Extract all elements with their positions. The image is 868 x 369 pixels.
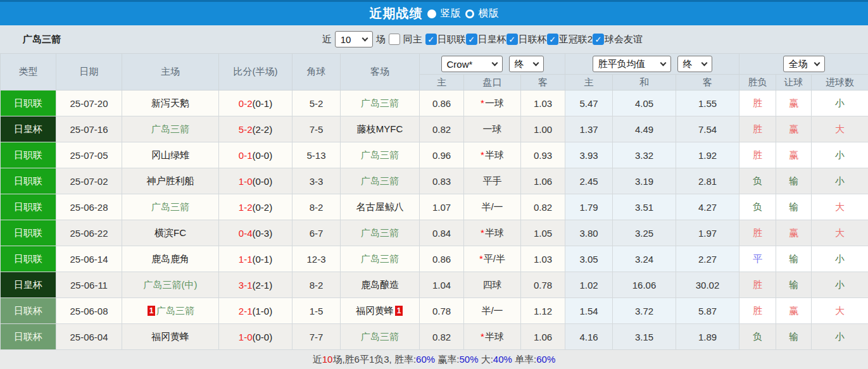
avg-home-cell: 4.16 [565, 324, 613, 350]
avg-draw-cell: 16.06 [613, 272, 676, 298]
team-name-text: 福冈黄蜂 [151, 331, 189, 342]
league-filter-item: ✓日联杯 [506, 34, 547, 46]
goals-result-cell: 小 [812, 324, 868, 350]
odds-company-time-select[interactable]: 终 [509, 56, 544, 72]
recent-prefix-label: 近 [322, 34, 332, 46]
radio-horizontal-layout[interactable]: 横版 [465, 7, 499, 20]
home-team-cell: 鹿岛鹿角 [122, 246, 219, 272]
date-cell: 25-06-14 [56, 246, 122, 272]
goals-result-cell: 小 [812, 91, 868, 116]
team-name-text: 广岛三箭 [361, 227, 399, 238]
team-name-text: 鹿岛鹿角 [151, 253, 189, 264]
date-cell: 25-07-02 [56, 168, 122, 194]
home-odds-cell: 0.96 [420, 142, 464, 168]
chevron-down-icon [362, 35, 368, 42]
handicap-star: * [481, 227, 484, 238]
league-filter-checkbox[interactable]: ✓ [425, 34, 437, 45]
score-cell: 1-0(0-0) [219, 168, 292, 194]
wdl-result-cell: 负 [739, 168, 776, 194]
away-odds-cell: 0.82 [521, 194, 565, 220]
goals-result-cell: 大 [812, 194, 868, 220]
header-corners: 角球 [292, 54, 341, 91]
league-filter-checkbox[interactable]: ✓ [547, 34, 558, 45]
league-filter-item: ✓球会友谊 [593, 34, 643, 46]
summary-segment: 40% [493, 354, 512, 365]
away-odds-cell: 1.06 [521, 324, 565, 350]
league-filter-checkbox[interactable]: ✓ [506, 34, 518, 45]
header-score: 比分(半场) [219, 54, 292, 91]
date-cell: 25-06-08 [56, 298, 122, 324]
summary-segment: 60% [536, 354, 555, 365]
corners-cell: 5-2 [292, 91, 341, 116]
team-name-text: 神户胜利船 [147, 175, 194, 186]
radio-vertical-layout[interactable]: 竖版 [427, 7, 461, 20]
filter-bar: 广岛三箭 近 10 场 同主 ✓日职联✓日皇杯✓日联杯✓亚冠联2✓球会友谊 [0, 25, 868, 53]
table-row: 日职联25-07-20新泻天鹅0-2(0-1)5-2广岛三箭0.86*一球1.0… [1, 91, 868, 116]
avg-odds-select[interactable]: 胜平负均值 [593, 56, 671, 72]
avg-draw-cell: 3.25 [613, 220, 676, 246]
summary-segment: 单率: [512, 354, 536, 365]
chevron-down-icon [532, 60, 539, 66]
avg-away-cell: 1.55 [676, 91, 739, 116]
date-cell: 25-07-16 [56, 116, 122, 142]
handicap-result-cell: 输 [776, 194, 812, 220]
period-select[interactable]: 全场 [783, 56, 825, 72]
league-filter-checkbox[interactable]: ✓ [466, 34, 477, 45]
handicap-result-cell: 赢 [776, 142, 812, 168]
handicap-cell: *半球 [464, 324, 521, 350]
away-team-cell: 鹿岛酿造 [341, 272, 420, 298]
avg-home-cell: 3.05 [565, 246, 613, 272]
team-name: 广岛三箭 [23, 34, 61, 46]
team-name-text: 广岛三箭(中) [144, 279, 198, 290]
score-cell: 2-1(1-0) [219, 298, 292, 324]
avg-away-cell: 1.92 [676, 142, 739, 168]
away-odds-cell: 1.06 [521, 168, 565, 194]
date-cell: 25-06-22 [56, 220, 122, 246]
halftime-score: (0-2) [253, 202, 273, 213]
corners-cell: 8-2 [292, 194, 341, 220]
subheader-odds-away: 客 [521, 75, 565, 91]
score-cell: 1-2(0-2) [219, 194, 292, 220]
score-cell: 0-1(0-0) [219, 142, 292, 168]
avg-home-cell: 1.02 [565, 272, 613, 298]
header-home: 主场 [122, 54, 219, 91]
halftime-score: (2-1) [253, 280, 273, 291]
fulltime-score: 1-0 [239, 176, 253, 187]
wdl-result-cell: 负 [739, 324, 776, 350]
away-odds-cell: 0.93 [521, 142, 565, 168]
team-name-text: 鹿岛酿造 [361, 279, 399, 290]
halftime-score: (0-0) [253, 176, 273, 187]
summary-segment: 50% [459, 354, 478, 365]
summary-segment: 60% [416, 354, 435, 365]
handicap-cell: 一球 [464, 116, 521, 142]
handicap-star: * [481, 97, 484, 108]
halftime-score: (0-1) [253, 254, 273, 265]
table-row: 日职联25-06-28广岛三箭1-2(0-2)8-2名古屋鲸八1.07半/一0.… [1, 194, 868, 220]
team-name-text: 广岛三箭 [156, 305, 194, 316]
team-name-text: 广岛三箭 [361, 149, 399, 160]
away-team-cell: 名古屋鲸八 [341, 194, 420, 220]
league-filter-checkbox[interactable]: ✓ [593, 34, 604, 45]
odds-company-select[interactable]: Crow* [441, 56, 503, 72]
match-rows: 日职联25-07-20新泻天鹅0-2(0-1)5-2广岛三箭0.86*一球1.0… [1, 91, 868, 350]
subheader-avg-away: 客 [676, 75, 739, 91]
handicap-result-cell: 赢 [776, 116, 812, 142]
fulltime-score: 1-2 [239, 202, 253, 213]
avg-time-select[interactable]: 终 [677, 56, 712, 72]
team-name-text: 横滨FC [154, 227, 186, 238]
recent-count-select[interactable]: 10 [335, 31, 373, 47]
date-cell: 25-07-05 [56, 142, 122, 168]
league-filter-label: 亚冠联2 [559, 34, 593, 46]
odds-company-value: Crow* [447, 59, 473, 70]
away-odds-cell: 1.05 [521, 220, 565, 246]
subheader-wdl: 胜负 [739, 75, 776, 91]
handicap-cell: *半球 [464, 142, 521, 168]
goals-result-cell: 小 [812, 142, 868, 168]
halftime-score: (2-2) [253, 124, 273, 135]
period-value: 全场 [789, 58, 808, 70]
team-name-text: 广岛三箭 [361, 253, 399, 264]
team-name-text: 冈山绿雉 [151, 149, 189, 160]
team-name-text: 新泻天鹅 [151, 97, 189, 108]
same-home-checkbox[interactable] [389, 34, 400, 45]
header-date: 日期 [56, 54, 122, 91]
